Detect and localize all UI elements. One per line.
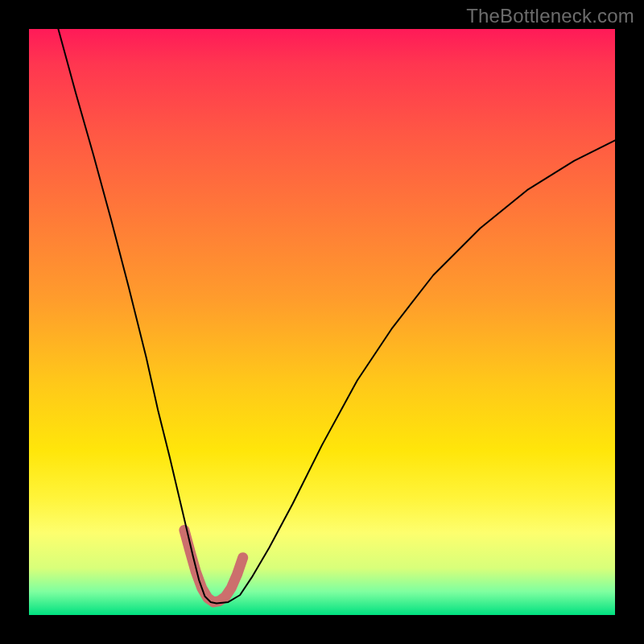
series-main-curve	[58, 29, 615, 603]
chart-frame: TheBottleneck.com	[0, 0, 644, 644]
watermark-text: TheBottleneck.com	[466, 5, 634, 27]
curve-svg	[29, 29, 615, 615]
plot-area	[29, 29, 615, 615]
series-lower-highlight	[184, 530, 243, 602]
